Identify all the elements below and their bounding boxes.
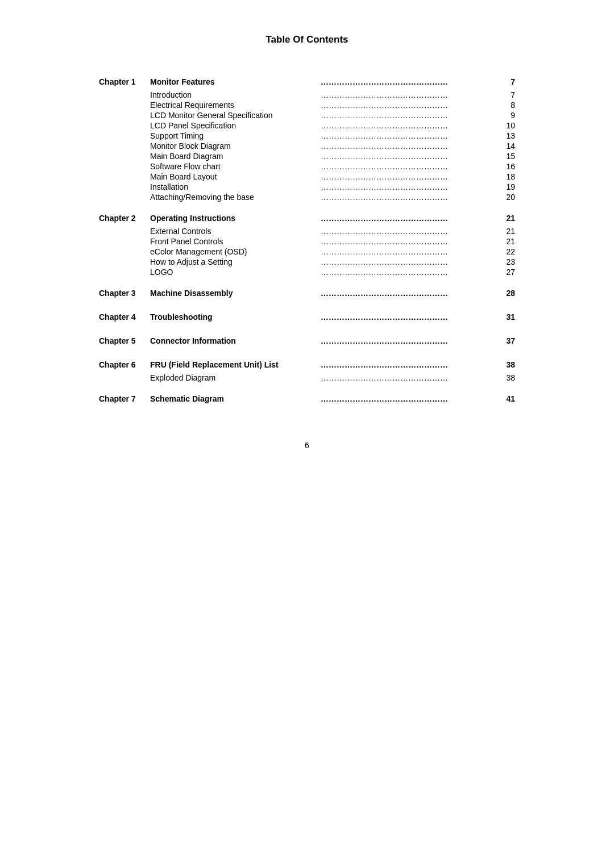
sub-row-1-7: Main Board Diagram…………………………………………15 <box>97 151 517 161</box>
chapter-row-1: Chapter 1Monitor Features………………………………………… <box>97 66 517 90</box>
chapter-row-6: Chapter 6FRU (Field Replacement Unit) Li… <box>97 349 517 373</box>
chapter-page-6: 38 <box>500 349 517 373</box>
chapter-page-4: 31 <box>500 301 517 325</box>
sub-page-2-3: 22 <box>500 247 517 257</box>
sub-dots-1-5: ………………………………………… <box>318 131 500 141</box>
sub-page-1-2: 8 <box>500 100 517 110</box>
sub-page-2-5: 27 <box>500 267 517 277</box>
chapter-dots-7: ………………………………………… <box>318 383 500 407</box>
sub-row-1-3: LCD Monitor General Specification…………………… <box>97 110 517 120</box>
sub-row-2-5: LOGO…………………………………………27 <box>97 267 517 277</box>
sub-row-2-4: How to Adjust a Setting…………………………………………2… <box>97 257 517 267</box>
sub-row-1-6: Monitor Block Diagram…………………………………………14 <box>97 141 517 151</box>
sub-page-1-7: 15 <box>500 151 517 161</box>
sub-dots-1-9: ………………………………………… <box>318 172 500 182</box>
sub-title-2-4: How to Adjust a Setting <box>148 257 318 267</box>
chapter-row-3: Chapter 3Machine Disassembly………………………………… <box>97 277 517 301</box>
sub-dots-1-10: ………………………………………… <box>318 182 500 192</box>
sub-page-2-1: 21 <box>500 226 517 236</box>
sub-title-1-9: Main Board Layout <box>148 172 318 182</box>
sub-dots-1-2: ………………………………………… <box>318 100 500 110</box>
sub-page-1-10: 19 <box>500 182 517 192</box>
chapter-label-7: Chapter 7 <box>97 383 148 407</box>
sub-row-1-11: Attaching/Removing the base…………………………………… <box>97 192 517 202</box>
sub-row-1-10: Installation…………………………………………19 <box>97 182 517 192</box>
sub-row-1-9: Main Board Layout…………………………………………18 <box>97 172 517 182</box>
chapter-row-2: Chapter 2Operating Instructions………………………… <box>97 202 517 226</box>
chapter-page-2: 21 <box>500 202 517 226</box>
sub-title-2-3: eColor Management (OSD) <box>148 247 318 257</box>
sub-title-2-1: External Controls <box>148 226 318 236</box>
sub-row-1-1: Introduction…………………………………………7 <box>97 90 517 100</box>
sub-dots-6-1: ………………………………………… <box>318 373 500 383</box>
chapter-dots-2: ………………………………………… <box>318 202 500 226</box>
sub-title-1-10: Installation <box>148 182 318 192</box>
sub-page-1-3: 9 <box>500 110 517 120</box>
chapter-page-7: 41 <box>500 383 517 407</box>
chapter-title-4: Troubleshooting <box>148 301 318 325</box>
sub-title-2-5: LOGO <box>148 267 318 277</box>
page-title: Table Of Contents <box>97 34 517 45</box>
sub-row-1-4: LCD Panel Specification…………………………………………1… <box>97 120 517 131</box>
chapter-label-4: Chapter 4 <box>97 301 148 325</box>
sub-page-1-6: 14 <box>500 141 517 151</box>
chapter-title-1: Monitor Features <box>148 66 318 90</box>
sub-dots-1-6: ………………………………………… <box>318 141 500 151</box>
sub-page-2-2: 21 <box>500 236 517 247</box>
chapter-title-7: Schematic Diagram <box>148 383 318 407</box>
sub-dots-1-8: ………………………………………… <box>318 161 500 172</box>
sub-page-6-1: 38 <box>500 373 517 383</box>
chapter-page-1: 7 <box>500 66 517 90</box>
sub-page-1-8: 16 <box>500 161 517 172</box>
sub-title-6-1: Exploded Diagram <box>148 373 318 383</box>
chapter-label-1: Chapter 1 <box>97 66 148 90</box>
sub-row-1-8: Software Flow chart…………………………………………16 <box>97 161 517 172</box>
chapter-label-2: Chapter 2 <box>97 202 148 226</box>
sub-page-1-4: 10 <box>500 120 517 131</box>
toc-table: Chapter 1Monitor Features………………………………………… <box>97 66 517 407</box>
sub-title-1-6: Monitor Block Diagram <box>148 141 318 151</box>
chapter-label-6: Chapter 6 <box>97 349 148 373</box>
sub-title-1-1: Introduction <box>148 90 318 100</box>
chapter-page-3: 28 <box>500 277 517 301</box>
sub-title-1-7: Main Board Diagram <box>148 151 318 161</box>
sub-dots-1-4: ………………………………………… <box>318 120 500 131</box>
sub-row-1-5: Support Timing…………………………………………13 <box>97 131 517 141</box>
chapter-row-4: Chapter 4Troubleshooting…………………………………………… <box>97 301 517 325</box>
chapter-dots-6: ………………………………………… <box>318 349 500 373</box>
sub-dots-2-5: ………………………………………… <box>318 267 500 277</box>
chapter-title-6: FRU (Field Replacement Unit) List <box>148 349 318 373</box>
page-content: Table Of Contents Chapter 1Monitor Featu… <box>74 0 540 484</box>
chapter-dots-5: ………………………………………… <box>318 325 500 349</box>
chapter-dots-1: ………………………………………… <box>318 66 500 90</box>
sub-dots-2-2: ………………………………………… <box>318 236 500 247</box>
chapter-label-3: Chapter 3 <box>97 277 148 301</box>
footer-page-number: 6 <box>97 441 517 450</box>
chapter-row-7: Chapter 7Schematic Diagram……………………………………… <box>97 383 517 407</box>
sub-title-2-2: Front Panel Controls <box>148 236 318 247</box>
sub-page-1-9: 18 <box>500 172 517 182</box>
sub-row-6-1: Exploded Diagram…………………………………………38 <box>97 373 517 383</box>
sub-page-1-11: 20 <box>500 192 517 202</box>
sub-dots-1-7: ………………………………………… <box>318 151 500 161</box>
sub-page-2-4: 23 <box>500 257 517 267</box>
sub-row-1-2: Electrical Requirements…………………………………………8 <box>97 100 517 110</box>
sub-row-2-2: Front Panel Controls…………………………………………21 <box>97 236 517 247</box>
chapter-label-5: Chapter 5 <box>97 325 148 349</box>
sub-dots-2-1: ………………………………………… <box>318 226 500 236</box>
sub-title-1-5: Support Timing <box>148 131 318 141</box>
chapter-dots-4: ………………………………………… <box>318 301 500 325</box>
sub-page-1-5: 13 <box>500 131 517 141</box>
chapter-title-3: Machine Disassembly <box>148 277 318 301</box>
chapter-dots-3: ………………………………………… <box>318 277 500 301</box>
sub-dots-2-3: ………………………………………… <box>318 247 500 257</box>
sub-row-2-3: eColor Management (OSD)…………………………………………2… <box>97 247 517 257</box>
sub-row-2-1: External Controls…………………………………………21 <box>97 226 517 236</box>
sub-title-1-4: LCD Panel Specification <box>148 120 318 131</box>
sub-title-1-2: Electrical Requirements <box>148 100 318 110</box>
chapter-title-2: Operating Instructions <box>148 202 318 226</box>
sub-title-1-3: LCD Monitor General Specification <box>148 110 318 120</box>
sub-dots-1-3: ………………………………………… <box>318 110 500 120</box>
sub-title-1-11: Attaching/Removing the base <box>148 192 318 202</box>
sub-dots-1-11: ………………………………………… <box>318 192 500 202</box>
